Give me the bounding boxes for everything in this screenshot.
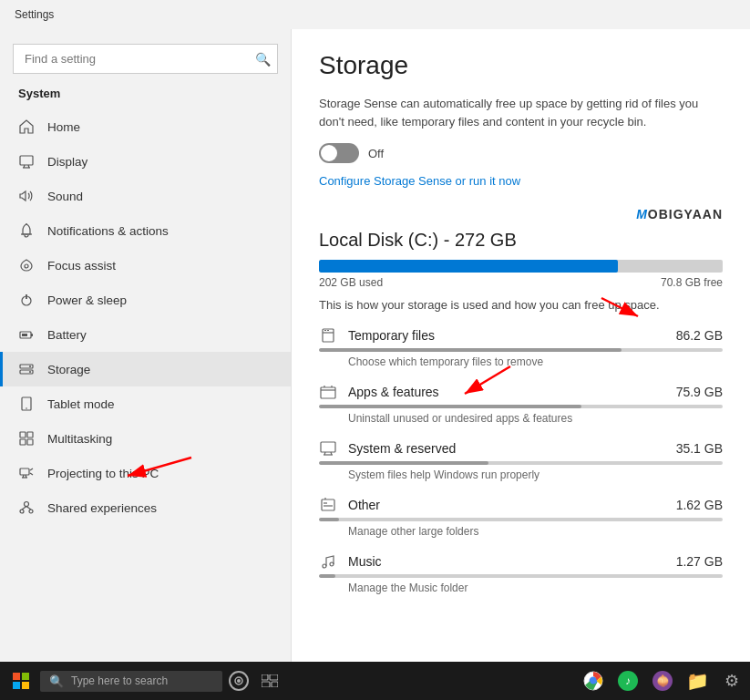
sidebar-item-label-focus: Focus assist — [47, 259, 116, 273]
svg-rect-37 — [321, 387, 335, 398]
svg-line-31 — [22, 507, 26, 510]
storage-item-left-other: Other — [319, 496, 380, 514]
disk-used: 202 GB used — [319, 276, 383, 289]
storage-item-left-temp: Temporary files — [319, 326, 435, 345]
storage-item-bar-fill-system — [319, 461, 488, 465]
music-icon — [319, 552, 337, 571]
svg-rect-20 — [20, 439, 26, 445]
storage-sense-toggle[interactable] — [319, 143, 359, 163]
storage-item-desc-temp: Choose which temporary files to remove — [319, 355, 723, 368]
sidebar-item-home[interactable]: Home — [0, 109, 291, 144]
svg-rect-59 — [272, 682, 278, 687]
main-layout: 🔍 System Home Display Sound Notification… — [0, 29, 750, 662]
folder-icon[interactable]: 📁 — [683, 666, 712, 695]
storage-item-name-other[interactable]: Other — [348, 498, 380, 512]
sidebar-item-label-battery: Battery — [47, 328, 87, 342]
sidebar-item-power[interactable]: Power & sleep — [0, 283, 291, 317]
svg-rect-22 — [20, 468, 29, 475]
sidebar-item-storage[interactable]: Storage — [0, 352, 291, 386]
settings-icon[interactable]: ⚙ — [717, 666, 746, 695]
storage-item-header-music: Music 1.27 GB — [319, 552, 723, 571]
disk-bar-fill — [319, 260, 618, 273]
sidebar-item-label-home: Home — [47, 120, 80, 134]
search-box-container: 🔍 — [13, 44, 278, 74]
storage-sense-toggle-row: Off — [319, 143, 723, 163]
svg-line-26 — [30, 468, 33, 470]
sidebar-item-multitasking[interactable]: Multitasking — [0, 421, 291, 456]
svg-point-48 — [330, 562, 334, 566]
svg-point-6 — [25, 264, 28, 268]
storage-item-bar-system — [319, 461, 723, 465]
content-area: Storage Storage Sense can automatically … — [292, 29, 750, 662]
storage-item-left-system: System & reserved — [319, 439, 456, 458]
taskbar-search[interactable]: 🔍 Type here to search — [40, 671, 222, 692]
tor-circle: 🧅 — [652, 671, 673, 691]
sidebar-item-label-power: Power & sleep — [47, 293, 127, 307]
sidebar-item-tablet[interactable]: Tablet mode — [0, 386, 291, 421]
sidebar-item-battery[interactable]: Battery — [0, 317, 291, 352]
sidebar-item-notifications[interactable]: Notifications & actions — [0, 213, 291, 248]
svg-rect-45 — [322, 499, 334, 510]
storage-info-text: This is how your storage is used and how… — [319, 298, 723, 312]
title-bar: Settings — [0, 0, 750, 29]
shared-icon — [18, 499, 35, 516]
disk-stats: 202 GB used 70.8 GB free — [319, 276, 723, 289]
sidebar-item-label-projecting: Projecting to this PC — [47, 467, 159, 480]
storage-item-temp: Temporary files 86.2 GB Choose which tem… — [319, 326, 723, 368]
storage-item-desc-apps: Uninstall unused or undesired apps & fea… — [319, 412, 723, 425]
start-button[interactable] — [4, 664, 38, 698]
storage-item-name-system[interactable]: System & reserved — [348, 441, 456, 456]
page-title: Storage — [319, 51, 723, 80]
sidebar-item-label-display: Display — [47, 155, 87, 169]
storage-item-name-temp[interactable]: Temporary files — [348, 328, 435, 343]
svg-point-47 — [323, 564, 326, 568]
svg-rect-56 — [262, 674, 268, 680]
svg-rect-33 — [323, 329, 334, 342]
taskbar-cortana[interactable] — [224, 666, 253, 695]
storage-icon — [18, 361, 35, 377]
sidebar-item-focus[interactable]: Focus assist — [0, 248, 291, 283]
storage-item-name-music[interactable]: Music — [348, 554, 382, 569]
disk-title: Local Disk (C:) - 272 GB — [319, 230, 723, 251]
tor-icon[interactable]: 🧅 — [648, 666, 677, 695]
storage-item-bar-apps — [319, 405, 723, 408]
storage-item-bar-fill-apps — [319, 405, 581, 408]
taskview-button[interactable] — [255, 666, 284, 695]
sidebar-item-label-notifications: Notifications & actions — [47, 224, 169, 238]
disk-bar-container — [319, 260, 723, 273]
sidebar-item-label-tablet: Tablet mode — [47, 397, 115, 411]
svg-rect-50 — [13, 673, 20, 680]
chrome-icon[interactable] — [579, 666, 608, 695]
home-icon — [18, 118, 35, 135]
sidebar-item-shared[interactable]: Shared experiences — [0, 490, 291, 525]
storage-item-bar-music — [319, 574, 723, 578]
storage-description: Storage Sense can automatically free up … — [319, 95, 723, 130]
svg-line-32 — [26, 507, 31, 510]
configure-link[interactable]: Configure Storage Sense or run it now — [319, 174, 723, 188]
storage-item-size-apps: 75.9 GB — [676, 385, 723, 399]
spotify-icon[interactable]: ♪ — [613, 666, 642, 695]
projecting-icon — [18, 465, 35, 481]
svg-rect-21 — [27, 439, 33, 445]
svg-point-30 — [29, 510, 33, 513]
focus-icon — [18, 257, 35, 273]
storage-item-bar-temp — [319, 348, 723, 352]
sidebar-item-display[interactable]: Display — [0, 144, 291, 179]
gear-symbol: ⚙ — [724, 671, 739, 691]
storage-item-size-other: 1.62 GB — [676, 498, 723, 512]
search-icon: 🔍 — [255, 52, 271, 67]
sidebar-item-projecting[interactable]: Projecting to this PC — [0, 456, 291, 490]
battery-icon — [18, 326, 35, 343]
storage-item-size-temp: 86.2 GB — [676, 328, 723, 343]
folder-symbol: 📁 — [686, 670, 709, 692]
storage-item-desc-music: Manage the Music folder — [319, 582, 723, 594]
sound-icon — [18, 188, 35, 204]
storage-item-other: Other 1.62 GB Manage other large folders — [319, 496, 723, 538]
svg-rect-11 — [22, 334, 27, 336]
svg-point-29 — [20, 510, 24, 513]
taskbar-search-text: Type here to search — [71, 674, 168, 687]
search-input[interactable] — [13, 44, 278, 74]
storage-item-name-apps[interactable]: Apps & features — [348, 385, 439, 399]
sidebar-item-sound[interactable]: Sound — [0, 179, 291, 213]
svg-rect-0 — [20, 156, 33, 165]
